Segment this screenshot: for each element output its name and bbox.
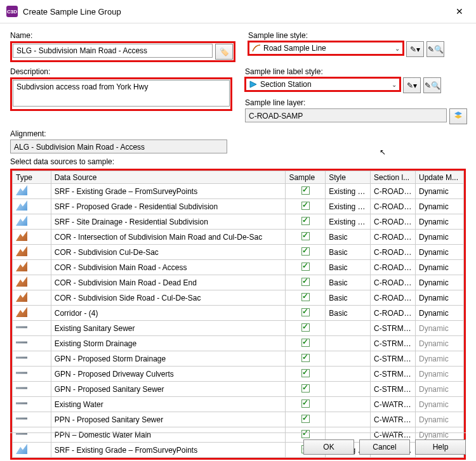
layer-cell[interactable]: C-STRM-...	[371, 367, 416, 382]
help-button[interactable]: Help	[415, 439, 466, 455]
col-update-header[interactable]: Update M...	[416, 171, 464, 184]
update-cell[interactable]: Dynamic	[416, 351, 464, 367]
style-preview-button[interactable]: ✎🔍	[426, 41, 444, 57]
update-cell[interactable]: Dynamic	[416, 290, 464, 306]
data-sources-grid[interactable]: Type Data Source Sample Style Section l.…	[10, 169, 466, 460]
sample-checkbox[interactable]	[301, 278, 310, 286]
update-cell[interactable]: Dynamic	[416, 230, 464, 245]
layer-cell[interactable]: C-ROAD-...	[371, 306, 416, 321]
sample-checkbox[interactable]	[301, 232, 310, 240]
style-cell[interactable]: Basic	[326, 245, 371, 260]
update-cell[interactable]: Dynamic	[416, 260, 464, 275]
update-cell[interactable]: Dynamic	[416, 321, 464, 336]
labelstyle-preview-button[interactable]: ✎🔍	[423, 77, 441, 93]
col-type-header[interactable]: Type	[13, 171, 51, 184]
style-cell[interactable]	[326, 367, 371, 382]
table-row[interactable]: Existing WaterC-WATR-...Dynamic	[13, 397, 464, 412]
style-cell[interactable]: Basic	[326, 306, 371, 321]
update-cell[interactable]: Dynamic	[416, 412, 464, 427]
style-edit-button[interactable]: ✎▾	[406, 41, 424, 57]
update-cell[interactable]: Dynamic	[416, 184, 464, 199]
name-input[interactable]	[13, 44, 213, 58]
update-cell[interactable]: Dynamic	[416, 275, 464, 290]
table-row[interactable]: SRF - Proposed Grade - Residential Subdi…	[13, 199, 464, 214]
style-cell[interactable]	[326, 336, 371, 351]
table-row[interactable]: Existing Storm DrainageC-STRM-...Dynamic	[13, 336, 464, 351]
layer-cell[interactable]: C-STRM-...	[371, 336, 416, 351]
style-cell[interactable]	[326, 382, 371, 397]
layer-cell[interactable]: C-WATR-...	[371, 397, 416, 412]
update-cell[interactable]: Dynamic	[416, 367, 464, 382]
style-cell[interactable]: Basic	[326, 260, 371, 275]
sample-checkbox[interactable]	[301, 293, 310, 301]
table-row[interactable]: Existing Sanitary SewerC-STRM-...Dynamic	[13, 321, 464, 336]
layer-cell[interactable]: C-ROAD-...	[371, 245, 416, 260]
sample-checkbox[interactable]	[301, 415, 310, 423]
update-cell[interactable]: Dynamic	[416, 397, 464, 412]
style-cell[interactable]: Existing G...	[326, 199, 371, 214]
table-row[interactable]: GPN - Proposed Storm DrainageC-STRM-...D…	[13, 351, 464, 367]
sampleline-style-select[interactable]: Road Sample Line ⌄	[248, 41, 404, 55]
table-row[interactable]: SRF - Existing Grade – FromSurveyPointsE…	[13, 184, 464, 199]
style-cell[interactable]	[326, 412, 371, 427]
table-row[interactable]: Corridor - (4)BasicC-ROAD-...Dynamic	[13, 306, 464, 321]
sample-checkbox[interactable]	[301, 323, 310, 332]
col-style-header[interactable]: Style	[326, 171, 371, 184]
table-row[interactable]: GPN - Proposed Sanitary SewerC-STRM-...D…	[13, 382, 464, 397]
table-row[interactable]: PPN - Proposed Sanitary SewerC-WATR-...D…	[13, 412, 464, 427]
style-cell[interactable]	[326, 351, 371, 367]
sample-checkbox[interactable]	[301, 399, 310, 408]
update-cell[interactable]: Dynamic	[416, 382, 464, 397]
style-cell[interactable]: Basic	[326, 230, 371, 245]
layer-cell[interactable]: C-STRM-...	[371, 321, 416, 336]
sample-checkbox[interactable]	[301, 369, 310, 377]
table-row[interactable]: COR - Subdivision Cul-De-SacBasicC-ROAD-…	[13, 245, 464, 260]
style-cell[interactable]: Basic	[326, 275, 371, 290]
cancel-button[interactable]: Cancel	[359, 439, 410, 455]
ok-button[interactable]: OK	[303, 439, 354, 455]
col-layer-header[interactable]: Section l...	[371, 171, 416, 184]
col-sample-header[interactable]: Sample	[286, 171, 326, 184]
style-cell[interactable]: Existing G...	[326, 184, 371, 199]
table-row[interactable]: COR - Subdivision Main Road - Dead EndBa…	[13, 275, 464, 290]
sample-checkbox[interactable]	[301, 384, 310, 393]
sample-checkbox[interactable]	[301, 430, 310, 438]
table-row[interactable]: SRF - Site Drainage - Residential Subdiv…	[13, 214, 464, 230]
layer-cell[interactable]: C-STRM-...	[371, 351, 416, 367]
sample-checkbox[interactable]	[301, 308, 310, 316]
col-ds-header[interactable]: Data Source	[51, 171, 286, 184]
update-cell[interactable]: Dynamic	[416, 199, 464, 214]
description-textarea[interactable]	[13, 80, 230, 107]
style-cell[interactable]: Existing G...	[326, 214, 371, 230]
table-row[interactable]: GPN - Proposed Driveway CulvertsC-STRM-.…	[13, 367, 464, 382]
update-cell[interactable]: Dynamic	[416, 336, 464, 351]
layer-cell[interactable]: C-ROAD-...	[371, 199, 416, 214]
close-button[interactable]: ✕	[449, 4, 470, 19]
layer-cell[interactable]: C-ROAD-...	[371, 230, 416, 245]
layer-cell[interactable]: C-ROAD-...	[371, 184, 416, 199]
layer-cell[interactable]: C-ROAD-...	[371, 290, 416, 306]
layer-picker-button[interactable]	[449, 108, 467, 124]
table-row[interactable]: COR - Subdivision Main Road - AccessBasi…	[13, 260, 464, 275]
update-cell[interactable]: Dynamic	[416, 306, 464, 321]
sample-checkbox[interactable]	[301, 263, 310, 271]
sample-checkbox[interactable]	[301, 217, 310, 225]
layer-cell[interactable]: C-WATR-...	[371, 412, 416, 427]
update-cell[interactable]: Dynamic	[416, 214, 464, 230]
name-picker-button[interactable]: 🏷️	[215, 44, 233, 60]
style-cell[interactable]	[326, 321, 371, 336]
labelstyle-edit-button[interactable]: ✎▾	[403, 77, 421, 93]
layer-cell[interactable]: C-ROAD-...	[371, 214, 416, 230]
layer-cell[interactable]: C-ROAD-...	[371, 260, 416, 275]
table-row[interactable]: COR - Intersection of Subdivision Main R…	[13, 230, 464, 245]
sample-checkbox[interactable]	[301, 339, 310, 347]
sample-checkbox[interactable]	[301, 186, 310, 195]
labelstyle-select[interactable]: Section Station ⌄	[245, 77, 400, 91]
style-cell[interactable]	[326, 397, 371, 412]
sample-checkbox[interactable]	[301, 247, 310, 256]
layer-cell[interactable]: C-ROAD-...	[371, 275, 416, 290]
style-cell[interactable]: Basic	[326, 290, 371, 306]
layer-cell[interactable]: C-STRM-...	[371, 382, 416, 397]
update-cell[interactable]: Dynamic	[416, 245, 464, 260]
sample-checkbox[interactable]	[301, 354, 310, 362]
